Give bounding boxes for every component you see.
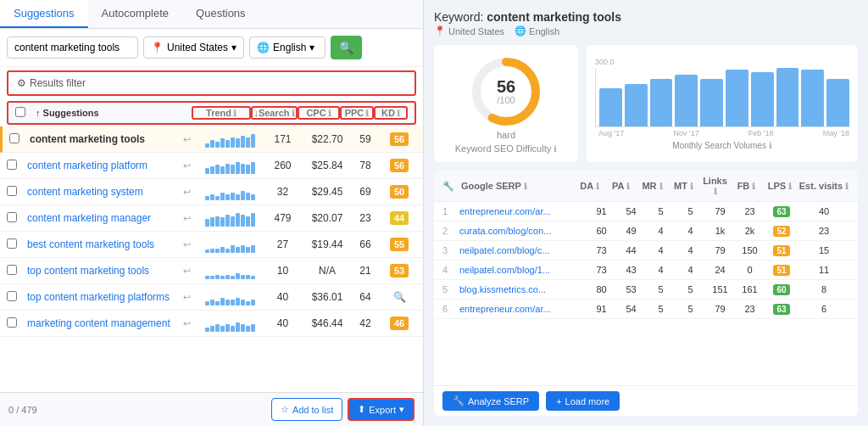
serp-row-visits: 23 [798, 226, 849, 236]
row-keyword[interactable]: top content marketing platforms [27, 291, 183, 303]
language-label: English [273, 42, 306, 53]
monthly-bar [776, 68, 799, 126]
row-ppc: 69 [348, 186, 382, 198]
search-input[interactable] [7, 36, 138, 59]
keyword-text[interactable]: content marketing system [27, 186, 143, 198]
row-kd: 44 [382, 211, 416, 225]
serp-row-url[interactable]: entrepreneur.com/ar... [459, 206, 587, 216]
trend-bar [251, 324, 255, 332]
header-search[interactable]: ↓Searchℹ [251, 106, 298, 120]
row-ppc: 21 [348, 265, 382, 277]
row-keyword[interactable]: content marketing manager [27, 212, 183, 224]
tab-questions[interactable]: Questions [182, 0, 259, 28]
row-checkbox[interactable] [7, 160, 17, 170]
trend-bar [210, 194, 214, 200]
serp-row-mr: 5 [646, 304, 676, 314]
row-checkbox[interactable] [7, 212, 17, 222]
header-kd[interactable]: KDℹ [374, 106, 408, 120]
row-ppc: 42 [348, 317, 382, 329]
row-checkbox[interactable] [7, 265, 17, 275]
monthly-bar [801, 70, 824, 126]
table-header: ↑ Suggestions Trendℹ ↓Searchℹ CPCℹ PPCℹ … [7, 101, 416, 125]
keyword-text[interactable]: marketing content management [27, 317, 170, 329]
serp-row-mt: 4 [676, 265, 705, 275]
tab-autocomplete[interactable]: Autocomplete [88, 0, 183, 28]
row-keyword[interactable]: best content marketing tools [27, 238, 183, 250]
trend-bar [246, 216, 250, 227]
search-button[interactable]: 🔍 [331, 36, 362, 59]
row-keyword[interactable]: content marketing platform [27, 160, 183, 171]
analyze-serp-button[interactable]: 🔧 Analyze SERP [442, 391, 539, 411]
trend-bar [251, 245, 255, 253]
serp-row-url[interactable]: curata.com/blog/con... [459, 226, 587, 236]
trend-bar [236, 194, 240, 200]
row-checkbox[interactable] [7, 317, 17, 328]
row-checkbox[interactable] [7, 238, 17, 249]
row-keyword[interactable]: content marketing system [27, 186, 183, 198]
keyword-text[interactable]: top content marketing tools [27, 265, 149, 277]
load-more-button[interactable]: + Load more [546, 391, 620, 411]
trend-bar [231, 276, 235, 279]
keyword-text[interactable]: content marketing tools [30, 133, 145, 145]
export-button[interactable]: ⬆ Export ▾ [348, 398, 415, 421]
row-arrow-icon: ↩ [183, 213, 200, 224]
serp-row-url[interactable]: neilpatel.com/blog/1... [459, 265, 587, 275]
row-checkbox[interactable] [7, 291, 17, 301]
serp-row-fb: 161 [735, 284, 765, 294]
serp-row-lps: 51 [765, 245, 798, 255]
serp-row-mt: 4 [676, 226, 705, 236]
trend-bar [225, 215, 230, 227]
trend-bar [210, 217, 214, 227]
trend-bar [236, 247, 240, 253]
tab-suggestions[interactable]: Suggestions [0, 0, 88, 28]
serp-row-url[interactable]: neilpatel.com/blog/c... [459, 245, 587, 255]
serp-row-num: 6 [442, 304, 459, 314]
location-select[interactable]: 📍 United States ▾ [143, 36, 244, 59]
row-checkbox-cell [7, 317, 27, 330]
seo-info-icon[interactable]: ℹ [554, 144, 557, 154]
serp-row-num: 3 [442, 245, 459, 255]
serp-row-url[interactable]: blog.kissmetrics.co... [459, 284, 587, 294]
header-ppc[interactable]: PPCℹ [340, 106, 374, 120]
results-filter-button[interactable]: ⚙ Results filter [17, 77, 86, 89]
row-checkbox[interactable] [9, 133, 19, 143]
trend-bar [210, 249, 214, 253]
language-select[interactable]: 🌐 English ▾ [249, 36, 326, 59]
donut-value: 56 [497, 78, 515, 95]
row-kd: 46 [382, 317, 416, 330]
trend-bar [205, 249, 209, 253]
chart-info-icon[interactable]: ℹ [769, 141, 772, 150]
trend-bar [220, 193, 225, 200]
row-trend-bars [200, 183, 259, 200]
kd-badge: 56 [390, 159, 409, 172]
keyword-text[interactable]: content marketing platform [27, 160, 147, 171]
add-to-list-button[interactable]: ☆ Add to list [271, 398, 342, 421]
trend-bar [210, 300, 214, 305]
row-kd: 55 [382, 238, 416, 251]
serp-card: 🔧 Google SERP ℹ DA ℹ PA ℹ MR ℹ MT ℹ Link… [434, 171, 858, 416]
keyword-text[interactable]: top content marketing platforms [27, 291, 170, 303]
keyword-text[interactable]: best content marketing tools [27, 238, 154, 250]
serp-row-url[interactable]: entrepreneur.com/ar... [459, 304, 587, 314]
row-search-volume: 40 [259, 291, 306, 303]
row-keyword[interactable]: marketing content management [27, 317, 183, 329]
row-checkbox-cell [9, 133, 30, 146]
row-keyword[interactable]: top content marketing tools [27, 265, 183, 277]
serp-header-lps: LPS ℹ [763, 181, 797, 191]
select-all-checkbox[interactable] [15, 107, 25, 117]
row-kd: 🔍 [382, 291, 416, 303]
header-trend[interactable]: Trendℹ [192, 106, 251, 120]
serp-row: 2 curata.com/blog/con... 60 49 4 4 1k 2k… [434, 221, 858, 241]
row-trend-bars [200, 236, 259, 253]
row-checkbox[interactable] [7, 186, 17, 196]
header-cpc[interactable]: CPCℹ [298, 106, 340, 120]
serp-row-pa: 44 [616, 245, 646, 255]
keyword-text[interactable]: content marketing manager [27, 212, 151, 224]
bar-chart-area: 300.0 Aug '17Nov '17Feb '18May '18 Month… [595, 58, 849, 150]
location-label: United States [167, 42, 228, 53]
row-keyword[interactable]: content marketing tools [30, 133, 183, 145]
header-check [15, 107, 36, 119]
row-ppc: 23 [348, 212, 382, 224]
kd-badge: 46 [390, 317, 409, 330]
header-suggestions: ↑ Suggestions [36, 108, 192, 118]
